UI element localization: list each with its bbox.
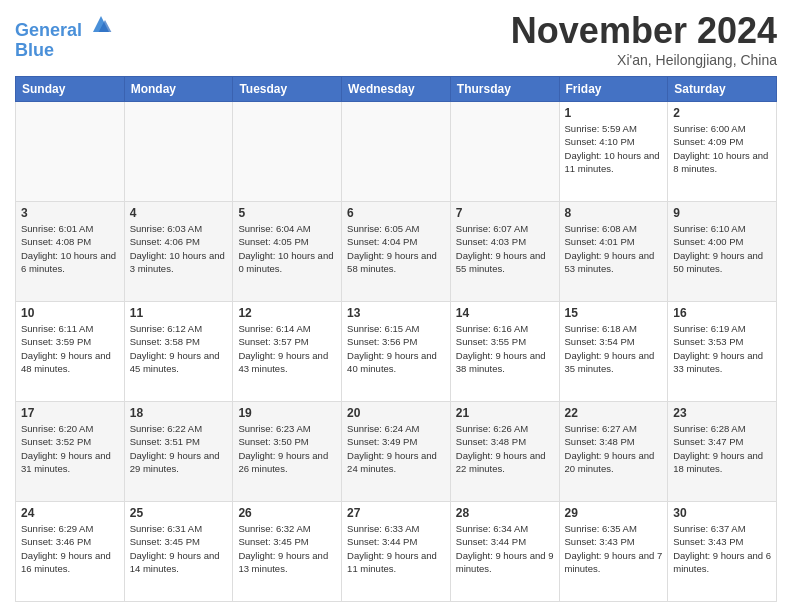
subtitle: Xi'an, Heilongjiang, China — [511, 52, 777, 68]
calendar-cell: 6Sunrise: 6:05 AM Sunset: 4:04 PM Daylig… — [342, 202, 451, 302]
day-info: Sunrise: 6:34 AM Sunset: 3:44 PM Dayligh… — [456, 522, 554, 575]
day-number: 6 — [347, 206, 445, 220]
calendar-cell: 16Sunrise: 6:19 AM Sunset: 3:53 PM Dayli… — [668, 302, 777, 402]
calendar-cell: 17Sunrise: 6:20 AM Sunset: 3:52 PM Dayli… — [16, 402, 125, 502]
calendar-header-row: SundayMondayTuesdayWednesdayThursdayFrid… — [16, 77, 777, 102]
day-number: 21 — [456, 406, 554, 420]
day-number: 29 — [565, 506, 663, 520]
calendar-header-cell: Sunday — [16, 77, 125, 102]
calendar-cell: 10Sunrise: 6:11 AM Sunset: 3:59 PM Dayli… — [16, 302, 125, 402]
calendar-header-cell: Tuesday — [233, 77, 342, 102]
day-number: 17 — [21, 406, 119, 420]
calendar-cell: 20Sunrise: 6:24 AM Sunset: 3:49 PM Dayli… — [342, 402, 451, 502]
day-number: 8 — [565, 206, 663, 220]
day-number: 15 — [565, 306, 663, 320]
calendar-cell — [233, 102, 342, 202]
day-number: 16 — [673, 306, 771, 320]
day-info: Sunrise: 6:08 AM Sunset: 4:01 PM Dayligh… — [565, 222, 663, 275]
day-number: 11 — [130, 306, 228, 320]
day-number: 14 — [456, 306, 554, 320]
calendar-cell: 15Sunrise: 6:18 AM Sunset: 3:54 PM Dayli… — [559, 302, 668, 402]
day-info: Sunrise: 6:37 AM Sunset: 3:43 PM Dayligh… — [673, 522, 771, 575]
day-info: Sunrise: 6:01 AM Sunset: 4:08 PM Dayligh… — [21, 222, 119, 275]
day-number: 13 — [347, 306, 445, 320]
day-info: Sunrise: 6:15 AM Sunset: 3:56 PM Dayligh… — [347, 322, 445, 375]
calendar-cell: 1Sunrise: 5:59 AM Sunset: 4:10 PM Daylig… — [559, 102, 668, 202]
day-info: Sunrise: 6:24 AM Sunset: 3:49 PM Dayligh… — [347, 422, 445, 475]
calendar-cell: 24Sunrise: 6:29 AM Sunset: 3:46 PM Dayli… — [16, 502, 125, 602]
day-info: Sunrise: 6:28 AM Sunset: 3:47 PM Dayligh… — [673, 422, 771, 475]
calendar-cell: 7Sunrise: 6:07 AM Sunset: 4:03 PM Daylig… — [450, 202, 559, 302]
calendar-cell: 28Sunrise: 6:34 AM Sunset: 3:44 PM Dayli… — [450, 502, 559, 602]
calendar-cell: 3Sunrise: 6:01 AM Sunset: 4:08 PM Daylig… — [16, 202, 125, 302]
day-number: 12 — [238, 306, 336, 320]
calendar-cell: 2Sunrise: 6:00 AM Sunset: 4:09 PM Daylig… — [668, 102, 777, 202]
calendar-cell: 12Sunrise: 6:14 AM Sunset: 3:57 PM Dayli… — [233, 302, 342, 402]
calendar-cell: 26Sunrise: 6:32 AM Sunset: 3:45 PM Dayli… — [233, 502, 342, 602]
calendar-header-cell: Saturday — [668, 77, 777, 102]
day-number: 20 — [347, 406, 445, 420]
calendar-cell: 22Sunrise: 6:27 AM Sunset: 3:48 PM Dayli… — [559, 402, 668, 502]
day-number: 23 — [673, 406, 771, 420]
calendar-cell — [124, 102, 233, 202]
calendar-table: SundayMondayTuesdayWednesdayThursdayFrid… — [15, 76, 777, 602]
calendar-cell: 19Sunrise: 6:23 AM Sunset: 3:50 PM Dayli… — [233, 402, 342, 502]
day-info: Sunrise: 6:00 AM Sunset: 4:09 PM Dayligh… — [673, 122, 771, 175]
day-info: Sunrise: 6:03 AM Sunset: 4:06 PM Dayligh… — [130, 222, 228, 275]
day-info: Sunrise: 6:33 AM Sunset: 3:44 PM Dayligh… — [347, 522, 445, 575]
day-info: Sunrise: 6:05 AM Sunset: 4:04 PM Dayligh… — [347, 222, 445, 275]
day-info: Sunrise: 6:10 AM Sunset: 4:00 PM Dayligh… — [673, 222, 771, 275]
day-info: Sunrise: 6:23 AM Sunset: 3:50 PM Dayligh… — [238, 422, 336, 475]
day-info: Sunrise: 6:14 AM Sunset: 3:57 PM Dayligh… — [238, 322, 336, 375]
calendar-header-cell: Wednesday — [342, 77, 451, 102]
day-info: Sunrise: 6:11 AM Sunset: 3:59 PM Dayligh… — [21, 322, 119, 375]
calendar-body: 1Sunrise: 5:59 AM Sunset: 4:10 PM Daylig… — [16, 102, 777, 602]
calendar-cell: 11Sunrise: 6:12 AM Sunset: 3:58 PM Dayli… — [124, 302, 233, 402]
day-number: 22 — [565, 406, 663, 420]
calendar-cell: 29Sunrise: 6:35 AM Sunset: 3:43 PM Dayli… — [559, 502, 668, 602]
day-number: 7 — [456, 206, 554, 220]
logo: General Blue — [15, 14, 113, 61]
day-number: 28 — [456, 506, 554, 520]
calendar-cell: 27Sunrise: 6:33 AM Sunset: 3:44 PM Dayli… — [342, 502, 451, 602]
calendar-header-cell: Friday — [559, 77, 668, 102]
calendar-cell: 21Sunrise: 6:26 AM Sunset: 3:48 PM Dayli… — [450, 402, 559, 502]
logo-line2: Blue — [15, 41, 113, 61]
day-info: Sunrise: 6:20 AM Sunset: 3:52 PM Dayligh… — [21, 422, 119, 475]
day-info: Sunrise: 6:07 AM Sunset: 4:03 PM Dayligh… — [456, 222, 554, 275]
logo-line1: General — [15, 20, 82, 40]
day-number: 9 — [673, 206, 771, 220]
logo-text: General — [15, 14, 113, 41]
logo-icon — [89, 12, 113, 36]
day-info: Sunrise: 5:59 AM Sunset: 4:10 PM Dayligh… — [565, 122, 663, 175]
day-info: Sunrise: 6:31 AM Sunset: 3:45 PM Dayligh… — [130, 522, 228, 575]
title-block: November 2024 Xi'an, Heilongjiang, China — [511, 10, 777, 68]
day-number: 26 — [238, 506, 336, 520]
day-number: 30 — [673, 506, 771, 520]
month-title: November 2024 — [511, 10, 777, 52]
calendar-cell — [16, 102, 125, 202]
calendar-cell: 4Sunrise: 6:03 AM Sunset: 4:06 PM Daylig… — [124, 202, 233, 302]
day-info: Sunrise: 6:27 AM Sunset: 3:48 PM Dayligh… — [565, 422, 663, 475]
day-number: 10 — [21, 306, 119, 320]
day-number: 27 — [347, 506, 445, 520]
day-info: Sunrise: 6:12 AM Sunset: 3:58 PM Dayligh… — [130, 322, 228, 375]
calendar-week-row: 24Sunrise: 6:29 AM Sunset: 3:46 PM Dayli… — [16, 502, 777, 602]
calendar-cell: 25Sunrise: 6:31 AM Sunset: 3:45 PM Dayli… — [124, 502, 233, 602]
header: General Blue November 2024 Xi'an, Heilon… — [15, 10, 777, 68]
day-info: Sunrise: 6:19 AM Sunset: 3:53 PM Dayligh… — [673, 322, 771, 375]
day-number: 3 — [21, 206, 119, 220]
day-number: 4 — [130, 206, 228, 220]
day-info: Sunrise: 6:35 AM Sunset: 3:43 PM Dayligh… — [565, 522, 663, 575]
day-info: Sunrise: 6:22 AM Sunset: 3:51 PM Dayligh… — [130, 422, 228, 475]
calendar-week-row: 1Sunrise: 5:59 AM Sunset: 4:10 PM Daylig… — [16, 102, 777, 202]
day-info: Sunrise: 6:04 AM Sunset: 4:05 PM Dayligh… — [238, 222, 336, 275]
day-number: 1 — [565, 106, 663, 120]
day-info: Sunrise: 6:26 AM Sunset: 3:48 PM Dayligh… — [456, 422, 554, 475]
calendar-cell: 23Sunrise: 6:28 AM Sunset: 3:47 PM Dayli… — [668, 402, 777, 502]
calendar-header-cell: Thursday — [450, 77, 559, 102]
calendar-cell — [450, 102, 559, 202]
page: General Blue November 2024 Xi'an, Heilon… — [0, 0, 792, 612]
day-number: 18 — [130, 406, 228, 420]
calendar-cell: 8Sunrise: 6:08 AM Sunset: 4:01 PM Daylig… — [559, 202, 668, 302]
